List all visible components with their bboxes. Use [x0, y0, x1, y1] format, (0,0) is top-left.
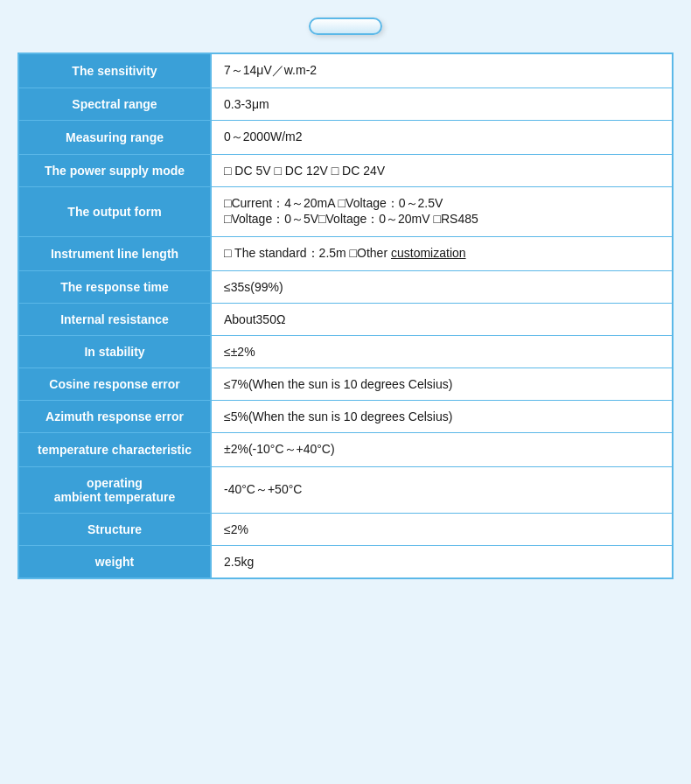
- row-value-13: ≤2%: [211, 514, 673, 546]
- row-label-8: In stability: [18, 336, 211, 368]
- page-wrapper: NiuBoL NiuB NiuBoL The sensitivity7～14μV…: [9, 9, 682, 588]
- row-value-11: ±2%(-10°C～+40°C): [211, 433, 673, 467]
- row-value-6: ≤35s(99%): [211, 271, 673, 304]
- table-row: weight2.5kg: [18, 546, 673, 579]
- row-label-4: The output form: [18, 187, 211, 237]
- row-value-5: □ The standard：2.5m □Other customization: [211, 237, 673, 271]
- table-row: Spectral range0.3-3μm: [18, 88, 673, 121]
- value-line-0: □Current：4～20mA □Voltage：0～2.5V: [224, 196, 660, 212]
- table-row: Instrument line length□ The standard：2.5…: [18, 237, 673, 271]
- table-row: The power supply mode□ DC 5V □ DC 12V □ …: [18, 155, 673, 187]
- table-row: Structure≤2%: [18, 514, 673, 546]
- instrument-standard: □ The standard：2.5m □Other: [224, 246, 391, 260]
- row-value-8: ≤±2%: [211, 336, 673, 368]
- table-row: temperature characteristic±2%(-10°C～+40°…: [18, 433, 673, 467]
- title-container: [17, 18, 674, 38]
- row-value-14: 2.5kg: [211, 546, 673, 579]
- table-row: The response time≤35s(99%): [18, 271, 673, 304]
- row-label-12: operating ambient temperature: [18, 467, 211, 514]
- row-label-11: temperature characteristic: [18, 433, 211, 467]
- instrument-customization: customization: [391, 246, 466, 260]
- row-value-12: -40°C～+50°C: [211, 467, 673, 514]
- value-line-1: □Voltage：0～5V□Voltage：0～20mV □RS485: [224, 212, 660, 228]
- table-row: Internal resistanceAbout350Ω: [18, 304, 673, 336]
- row-value-7: About350Ω: [211, 304, 673, 336]
- row-label-5: Instrument line length: [18, 237, 211, 271]
- row-label-10: Azimuth response error: [18, 401, 211, 433]
- row-value-0: 7～14μV／w.m-2: [211, 53, 673, 88]
- row-value-9: ≤7%(When the sun is 10 degrees Celsius): [211, 368, 673, 401]
- table-row: The sensitivity7～14μV／w.m-2: [18, 53, 673, 88]
- row-label-1: Spectral range: [18, 88, 211, 121]
- row-label-2: Measuring range: [18, 121, 211, 155]
- row-value-4: □Current：4～20mA □Voltage：0～2.5V□Voltage：…: [211, 187, 673, 237]
- table-row: Cosine response error≤7%(When the sun is…: [18, 368, 673, 401]
- table-row: Measuring range0～2000W/m2: [18, 121, 673, 155]
- row-label-0: The sensitivity: [18, 53, 211, 88]
- row-label-7: Internal resistance: [18, 304, 211, 336]
- table-row: The output form□Current：4～20mA □Voltage：…: [18, 187, 673, 237]
- row-label-13: Structure: [18, 514, 211, 546]
- row-label-14: weight: [18, 546, 211, 579]
- product-table: The sensitivity7～14μV／w.m-2Spectral rang…: [17, 52, 674, 579]
- table-row: In stability≤±2%: [18, 336, 673, 368]
- row-label-6: The response time: [18, 271, 211, 304]
- row-value-10: ≤5%(When the sun is 10 degrees Celsius): [211, 401, 673, 433]
- table-row: operating ambient temperature-40°C～+50°C: [18, 467, 673, 514]
- title-box: [309, 18, 382, 35]
- row-value-3: □ DC 5V □ DC 12V □ DC 24V: [211, 155, 673, 187]
- table-row: Azimuth response error≤5%(When the sun i…: [18, 401, 673, 433]
- row-value-1: 0.3-3μm: [211, 88, 673, 121]
- row-value-2: 0～2000W/m2: [211, 121, 673, 155]
- row-label-3: The power supply mode: [18, 155, 211, 187]
- row-label-9: Cosine response error: [18, 368, 211, 401]
